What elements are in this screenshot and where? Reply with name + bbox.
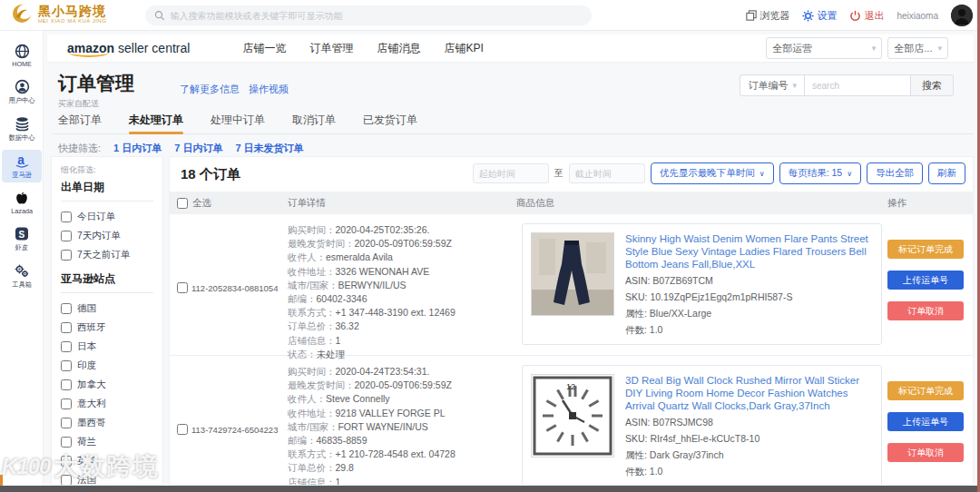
checkbox[interactable] xyxy=(61,379,72,390)
site-option-fr[interactable]: 法国 xyxy=(61,470,153,486)
checkbox[interactable] xyxy=(61,250,72,261)
browser-button[interactable]: 浏览器 xyxy=(746,9,789,23)
sidebar-item-amazon[interactable]: a 亚马逊 xyxy=(2,150,42,182)
col-order-detail: 订单详情 xyxy=(288,197,516,210)
upload-tracking-button[interactable]: 上传运单号 xyxy=(887,412,964,431)
checkbox[interactable] xyxy=(61,399,72,409)
mark-complete-button[interactable]: 标记订单完成 xyxy=(887,381,964,400)
quick-filter-label: 快捷筛选: xyxy=(58,142,101,155)
sidebar-item-home[interactable]: HOME xyxy=(2,40,42,71)
site-option-in[interactable]: 印度 xyxy=(61,356,153,375)
subnav-item-order-management[interactable]: 订单管理 xyxy=(309,41,353,56)
avatar[interactable] xyxy=(951,5,973,26)
site-option-de[interactable]: 德国 xyxy=(61,299,153,318)
quick-filter-7day[interactable]: 7 日内订单 xyxy=(174,142,222,155)
checkbox[interactable] xyxy=(61,475,72,486)
product-title-link[interactable]: Skinny High Waist Denim Women Flare Pant… xyxy=(625,232,873,271)
order-number-dropdown[interactable]: 订单编号 ▾ xyxy=(740,74,804,96)
site-option-it[interactable]: 意大利 xyxy=(61,394,153,413)
site-option-uk[interactable]: 英国 xyxy=(61,451,153,470)
tab-shipped-orders[interactable]: 已发货订单 xyxy=(363,109,417,133)
page-size-dropdown-button[interactable]: 每页结果: 15 ∨ xyxy=(779,162,861,184)
start-time-input[interactable] xyxy=(473,163,549,183)
tab-cancelled-orders[interactable]: 取消订单 xyxy=(292,109,336,133)
select-all-checkbox[interactable] xyxy=(177,198,188,209)
filter-option-7days[interactable]: 7天内订单 xyxy=(61,226,153,245)
settings-label: 设置 xyxy=(817,9,837,23)
checkbox[interactable] xyxy=(61,437,72,448)
site-option-nl[interactable]: 荷兰 xyxy=(61,432,153,451)
subnav-item-store-kpi[interactable]: 店铺KPI xyxy=(444,41,483,56)
quick-filter-1day[interactable]: 1 日内订单 xyxy=(113,142,162,155)
col-product-info: 商品信息 xyxy=(516,197,887,210)
quick-filter-7day-unshipped[interactable]: 7 日未发货订单 xyxy=(235,142,303,155)
store-filter-dropdown[interactable]: 全部店... ▾ xyxy=(887,37,948,59)
site-option-es[interactable]: 西班牙 xyxy=(61,318,153,337)
checkbox[interactable] xyxy=(61,418,72,428)
settings-button[interactable]: 设置 xyxy=(802,9,837,23)
order-id: 113-7429724-6504223 xyxy=(191,425,278,435)
end-time-input[interactable] xyxy=(569,163,645,183)
site-option-jp[interactable]: 日本 xyxy=(61,337,153,356)
sidebar-item-shopee[interactable]: S 虾皮 xyxy=(2,222,42,255)
sidebar-item-user-center[interactable]: 用户中心 xyxy=(2,75,42,108)
checkbox[interactable] xyxy=(61,341,72,352)
sidebar-item-lazada[interactable]: Lazada xyxy=(2,187,42,218)
row-checkbox[interactable] xyxy=(177,282,188,293)
operator-filter-dropdown[interactable]: 全部运营 ▾ xyxy=(766,37,882,59)
tab-processing-orders[interactable]: 处理中订单 xyxy=(211,109,265,133)
globe-icon xyxy=(15,44,30,59)
browser-windows-icon xyxy=(746,10,757,21)
sidebar-item-data-center[interactable]: 数据中心 xyxy=(2,113,42,145)
tab-all-orders[interactable]: 全部订单 xyxy=(58,109,102,133)
site-option-ca[interactable]: 加拿大 xyxy=(61,375,153,394)
svg-text:12: 12 xyxy=(566,382,575,391)
filter-option-today[interactable]: 今日订单 xyxy=(61,207,153,226)
logout-button[interactable]: 退出 xyxy=(849,9,884,23)
sidebar-item-label: 数据中心 xyxy=(9,133,35,143)
video-tutorial-link[interactable]: 操作视频 xyxy=(249,83,289,96)
learn-more-link[interactable]: 了解更多信息 xyxy=(180,83,240,96)
gears-icon xyxy=(14,263,30,279)
cancel-order-button[interactable]: 订单取消 xyxy=(887,443,964,462)
subnav-item-store-messages[interactable]: 店铺消息 xyxy=(377,41,420,56)
subnav-item-store-overview[interactable]: 店铺一览 xyxy=(242,41,286,56)
checkbox[interactable] xyxy=(61,212,72,222)
product-card: 12 3D Real Big Wall Clock Rushed Mirror … xyxy=(522,365,882,485)
sort-dropdown-button[interactable]: 优先显示最晚下单时间 ∨ xyxy=(651,162,774,184)
checkbox[interactable] xyxy=(61,322,72,333)
product-image-clock[interactable]: 12 xyxy=(531,374,614,458)
global-search[interactable] xyxy=(145,5,592,25)
export-all-button[interactable]: 导出全部 xyxy=(867,162,923,184)
global-search-input[interactable] xyxy=(171,11,583,21)
order-search-input[interactable] xyxy=(804,74,911,96)
mark-complete-button[interactable]: 标记订单完成 xyxy=(887,240,964,259)
sidebar-item-toolbox[interactable]: 工具箱 xyxy=(2,260,42,292)
logo-title: 黑小马跨境 xyxy=(38,5,106,18)
product-title-link[interactable]: 3D Real Big Wall Clock Rushed Mirror Wal… xyxy=(625,374,873,412)
search-icon xyxy=(154,10,165,21)
orders-table-header: 全选 订单详情 商品信息 操作 xyxy=(170,192,973,214)
row-checkbox[interactable] xyxy=(177,424,188,435)
checkbox[interactable] xyxy=(61,360,72,371)
chevron-down-icon: ▾ xyxy=(872,44,877,53)
checkbox[interactable] xyxy=(61,231,72,241)
main-area: amazon seller central 店铺一览 订单管理 店铺消息 店铺K… xyxy=(44,31,977,486)
site-option-mx[interactable]: 墨西哥 xyxy=(61,413,153,432)
checkbox[interactable] xyxy=(61,456,72,467)
cancel-order-button[interactable]: 订单取消 xyxy=(887,301,964,320)
gear-icon xyxy=(802,10,814,22)
orders-panel: 18 个订单 至 优先显示最晚下单时间 ∨ 每页结果: 15 ∨ 导出全部 刷新 xyxy=(169,156,974,486)
refresh-button[interactable]: 刷新 xyxy=(928,162,965,184)
power-icon xyxy=(849,10,861,22)
upload-tracking-button[interactable]: 上传运单号 xyxy=(887,271,964,290)
product-image-jeans[interactable] xyxy=(531,232,614,316)
checkbox[interactable] xyxy=(61,303,72,314)
amazon-subnav: amazon seller central 店铺一览 订单管理 店铺消息 店铺K… xyxy=(47,34,974,62)
filter-option-before-7days[interactable]: 7天之前订单 xyxy=(61,245,153,264)
horse-logo-icon xyxy=(11,3,33,25)
search-button[interactable]: 搜索 xyxy=(911,74,954,96)
page-title: 订单管理 xyxy=(58,71,134,96)
order-row: 113-7429724-6504223 购买时间：2020-04-24T23:5… xyxy=(170,356,973,485)
tab-unprocessed-orders[interactable]: 未处理订单 xyxy=(129,109,183,133)
